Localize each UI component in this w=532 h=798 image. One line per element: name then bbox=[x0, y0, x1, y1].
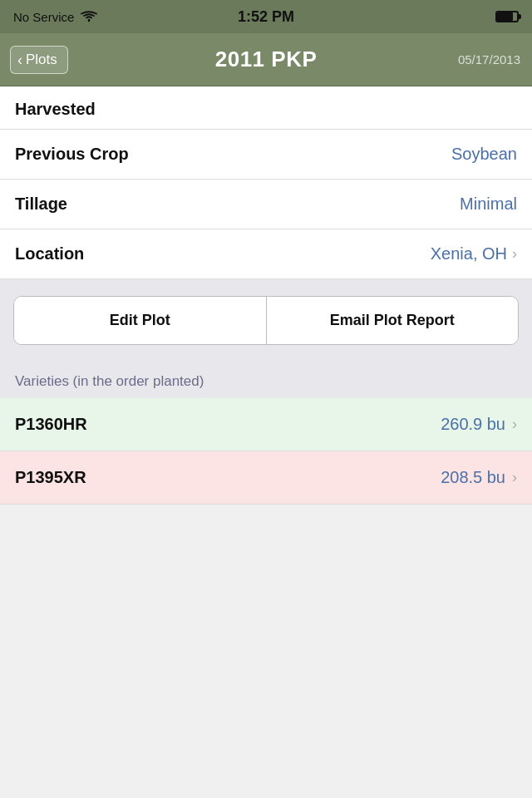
back-button-label: Plots bbox=[26, 52, 57, 68]
location-chevron-icon: › bbox=[512, 245, 517, 263]
action-buttons-group: Edit Plot Email Plot Report bbox=[13, 296, 519, 345]
variety-yield-1: 260.9 bu bbox=[441, 415, 505, 434]
variety-value-2: 208.5 bu › bbox=[441, 468, 517, 487]
variety-chevron-1-icon: › bbox=[512, 416, 517, 433]
status-time: 1:52 PM bbox=[238, 8, 294, 26]
back-chevron-icon: ‹ bbox=[17, 52, 22, 67]
battery-icon bbox=[495, 11, 519, 22]
tillage-label: Tillage bbox=[15, 195, 67, 214]
email-report-button[interactable]: Email Plot Report bbox=[267, 297, 519, 344]
status-bar: No Service 1:52 PM bbox=[0, 0, 532, 33]
edit-plot-button[interactable]: Edit Plot bbox=[14, 297, 267, 344]
tillage-value: Minimal bbox=[460, 195, 517, 214]
status-left: No Service bbox=[13, 10, 97, 24]
carrier-text: No Service bbox=[13, 10, 74, 24]
varieties-header-text: Varieties (in the order planted) bbox=[15, 373, 204, 389]
wifi-icon bbox=[81, 10, 97, 23]
nav-bar: ‹ Plots 2011 PKP 05/17/2013 bbox=[0, 33, 532, 86]
action-buttons-container: Edit Plot Email Plot Report bbox=[0, 279, 532, 362]
previous-crop-label: Previous Crop bbox=[15, 145, 129, 164]
location-value: Xenia, OH bbox=[431, 244, 507, 264]
variety-row-2[interactable]: P1395XR 208.5 bu › bbox=[0, 451, 532, 505]
variety-chevron-2-icon: › bbox=[512, 469, 517, 486]
back-button[interactable]: ‹ Plots bbox=[10, 46, 68, 74]
harvested-label: Harvested bbox=[15, 100, 96, 118]
variety-value-1: 260.9 bu › bbox=[441, 415, 517, 434]
location-label: Location bbox=[15, 244, 84, 264]
variety-name-2: P1395XR bbox=[15, 468, 86, 487]
variety-name-1: P1360HR bbox=[15, 415, 87, 434]
tillage-row: Tillage Minimal bbox=[0, 180, 532, 229]
varieties-section-header: Varieties (in the order planted) bbox=[0, 362, 532, 398]
location-value-group: Xenia, OH › bbox=[431, 244, 517, 264]
harvested-section: Harvested bbox=[0, 86, 532, 130]
content-area: Harvested Previous Crop Soybean Tillage … bbox=[0, 86, 532, 279]
variety-row-1[interactable]: P1360HR 260.9 bu › bbox=[0, 398, 532, 451]
nav-date: 05/17/2013 bbox=[458, 52, 520, 66]
previous-crop-row: Previous Crop Soybean bbox=[0, 130, 532, 180]
nav-title: 2011 PKP bbox=[215, 47, 318, 72]
variety-yield-2: 208.5 bu bbox=[441, 468, 505, 487]
previous-crop-value: Soybean bbox=[451, 145, 517, 164]
status-right bbox=[495, 11, 519, 22]
location-row[interactable]: Location Xenia, OH › bbox=[0, 229, 532, 279]
